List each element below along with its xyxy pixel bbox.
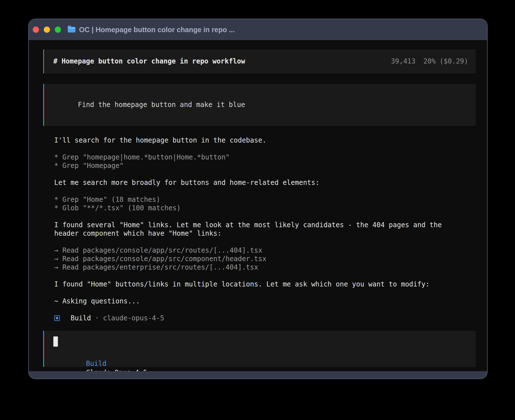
window-title: OC | Homepage button color change in rep… [79,26,235,34]
zoom-button[interactable] [55,27,61,33]
token-count: 39,413 [391,57,416,66]
session-header: # Homepage button color change in repo w… [43,49,476,73]
user-message-text: Find the homepage button and make it blu… [78,101,245,109]
dot-separator: · [95,314,99,322]
agent-name: Build [71,314,91,322]
window-bottom-strip [29,371,487,379]
tool-call-grep: * Grep "homepage|home.*button|Home.*butt… [54,153,476,161]
assistant-text: I found "Home" buttons/links in multiple… [54,280,476,288]
tool-call-read: → Read packages/enterprise/src/routes/[.… [54,263,476,272]
session-title: # Homepage button color change in repo w… [53,57,245,66]
tool-call-grep: * Grep "Homepage" [54,161,476,170]
assistant-text: Let me search more broadly for buttons a… [54,178,476,187]
session-cost: ($0.29) [440,57,468,66]
tool-call-read: → Read packages/console/app/src/routes/[… [54,246,476,255]
assistant-text: I found several "Home" links. Let me loo… [54,221,476,229]
assistant-status-text: ~ Asking questions... [54,297,476,305]
assistant-transcript: I'll search for the homepage button in t… [43,136,476,305]
input-agent-label[interactable]: Build [86,360,106,368]
user-message: Find the homepage button and make it blu… [43,84,476,126]
prompt-input[interactable]: Build Claude Opus 4.5 OpenCode Zen [43,331,476,367]
context-percent: 20% [423,57,435,66]
session-stats: 39,413 20% ($0.29) [391,57,468,66]
terminal-content: # Homepage button color change in repo w… [29,40,487,371]
close-button[interactable] [33,27,39,33]
minimize-button[interactable] [44,27,50,33]
agent-status-row: Build · claude-opus-4-5 [43,314,476,322]
agent-model: claude-opus-4-5 [103,314,164,322]
text-cursor [53,336,58,347]
traffic-lights [33,27,61,33]
tool-call-read: → Read packages/console/app/src/componen… [54,255,476,263]
tool-call-grep: * Grep "Home" (18 matches) [54,195,476,204]
assistant-text: header component which have "Home" links… [54,229,476,238]
build-agent-icon [54,315,60,321]
assistant-text: I'll search for the homepage button in t… [54,136,476,145]
tool-call-glob: * Glob "**/*.tsx" (100 matches) [54,204,476,212]
folder-icon [68,27,75,32]
terminal-window: OC | Homepage button color change in rep… [28,19,488,379]
window-titlebar[interactable]: OC | Homepage button color change in rep… [29,19,487,40]
